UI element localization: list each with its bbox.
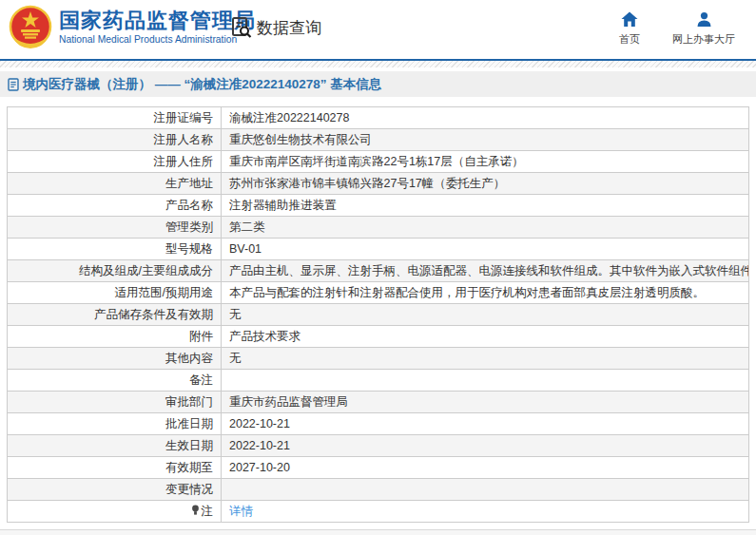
- row-value: 无: [222, 348, 749, 370]
- table-row: 审批部门重庆市药品监督管理局: [8, 392, 749, 413]
- page-header: 国家药品监督管理局 National Medical Products Admi…: [0, 0, 756, 59]
- breadcrumb: 境内医疗器械（注册） —— “渝械注准20222140278” 基本信息: [0, 71, 756, 97]
- row-label: 注: [8, 501, 222, 523]
- page-title: 境内医疗器械（注册） —— “渝械注准20222140278” 基本信息: [23, 76, 381, 93]
- row-label: 注册人名称: [8, 129, 222, 151]
- row-label: 变更情况: [8, 479, 222, 501]
- row-label: 结构及组成/主要组成成分: [8, 260, 222, 282]
- table-row: 附件产品技术要求: [8, 326, 749, 348]
- row-value: 无: [222, 304, 749, 326]
- row-value: 重庆市药品监督管理局: [222, 392, 749, 413]
- row-label: 其他内容: [8, 348, 222, 370]
- nav-home-label: 首页: [619, 32, 640, 47]
- document-search-icon: [231, 16, 252, 39]
- row-value: 2027-10-20: [222, 457, 749, 479]
- row-value: 重庆悠创生物技术有限公司: [222, 129, 749, 151]
- table-row: 注册人住所重庆市南岸区南坪街道南滨路22号1栋17层（自主承诺）: [8, 151, 749, 173]
- table-row: 产品储存条件及有效期无: [8, 304, 749, 326]
- agency-names: 国家药品监督管理局 National Medical Products Admi…: [59, 9, 256, 47]
- row-label: 有效期至: [8, 457, 222, 479]
- row-value: [222, 370, 749, 392]
- row-label: 附件: [8, 326, 222, 348]
- info-table: 注册证编号渝械注准20222140278注册人名称重庆悠创生物技术有限公司注册人…: [7, 106, 749, 523]
- user-icon: [696, 11, 712, 28]
- row-label: 管理类别: [8, 217, 222, 239]
- row-label: 产品名称: [8, 195, 222, 217]
- row-label: 注册证编号: [8, 107, 222, 129]
- row-label: 型号规格: [8, 239, 222, 260]
- table-row: 生效日期2022-10-21: [8, 435, 749, 457]
- table-row: 有效期至2027-10-20: [8, 457, 749, 479]
- row-value: 详情: [222, 501, 749, 523]
- row-value: 渝械注准20222140278: [222, 107, 749, 129]
- row-value: 第二类: [222, 217, 749, 239]
- row-value: 重庆市南岸区南坪街道南滨路22号1栋17层（自主承诺）: [222, 151, 749, 173]
- row-value: 注射器辅助推进装置: [222, 195, 749, 217]
- table-row: 结构及组成/主要组成成分产品由主机、显示屏、注射手柄、电源适配器、电源连接线和软…: [8, 260, 749, 282]
- agency-name-en: National Medical Products Administration: [59, 33, 256, 47]
- table-row: 适用范围/预期用途本产品与配套的注射针和注射器配合使用，用于医疗机构对患者面部真…: [8, 282, 749, 304]
- agency-logo-block[interactable]: 国家药品监督管理局 National Medical Products Admi…: [8, 5, 256, 50]
- bulb-icon: [191, 505, 200, 516]
- data-query-label: 数据查询: [257, 17, 321, 39]
- national-emblem-icon: [8, 5, 53, 50]
- row-label: 产品储存条件及有效期: [8, 304, 222, 326]
- row-value: 本产品与配套的注射针和注射器配合使用，用于医疗机构对患者面部真皮层注射透明质酸。: [222, 282, 749, 304]
- table-row: 注册人名称重庆悠创生物技术有限公司: [8, 129, 749, 151]
- row-label: 注册人住所: [8, 151, 222, 173]
- table-row: 型号规格BV-01: [8, 239, 749, 260]
- table-row: 变更情况: [8, 479, 749, 501]
- table-row: 其他内容无: [8, 348, 749, 370]
- row-value: 产品技术要求: [222, 326, 749, 348]
- row-value: 产品由主机、显示屏、注射手柄、电源适配器、电源连接线和软件组成。其中软件为嵌入式…: [222, 260, 749, 282]
- nav-item-home[interactable]: 首页: [619, 11, 640, 47]
- row-label: 生产地址: [8, 173, 222, 195]
- agency-name-cn: 国家药品监督管理局: [59, 9, 256, 33]
- row-label: 生效日期: [8, 435, 222, 457]
- table-row: 批准日期2022-10-21: [8, 413, 749, 435]
- row-label: 适用范围/预期用途: [8, 282, 222, 304]
- row-label: 备注: [8, 370, 222, 392]
- row-value: 2022-10-21: [222, 435, 749, 457]
- document-icon: [8, 78, 19, 91]
- nav-service-hall-label: 网上办事大厅: [672, 32, 735, 47]
- home-icon: [621, 11, 638, 28]
- row-value: [222, 479, 749, 501]
- registration-info-table-wrap: 注册证编号渝械注准20222140278注册人名称重庆悠创生物技术有限公司注册人…: [7, 106, 749, 523]
- table-row: 生产地址苏州市张家港市锦丰镇锦兴路27号17幢（委托生产）: [8, 173, 749, 195]
- table-row: 产品名称注射器辅助推进装置: [8, 195, 749, 217]
- table-row: 备注: [8, 370, 749, 392]
- data-query-nav[interactable]: 数据查询: [231, 16, 321, 39]
- table-row: 管理类别第二类: [8, 217, 749, 239]
- details-link[interactable]: 详情: [229, 505, 253, 518]
- row-value: 2022-10-21: [222, 413, 749, 435]
- table-row: 注册证编号渝械注准20222140278: [8, 107, 749, 129]
- row-value: 苏州市张家港市锦丰镇锦兴路27号17幢（委托生产）: [222, 173, 749, 195]
- table-row: 注详情: [8, 501, 749, 523]
- top-nav: 首页 网上办事大厅: [619, 11, 735, 47]
- row-label: 审批部门: [8, 392, 222, 413]
- info-table-body: 注册证编号渝械注准20222140278注册人名称重庆悠创生物技术有限公司注册人…: [8, 107, 749, 523]
- row-label: 批准日期: [8, 413, 222, 435]
- row-value: BV-01: [222, 239, 749, 260]
- hatch-strip: [0, 61, 756, 67]
- nav-item-service-hall[interactable]: 网上办事大厅: [672, 11, 735, 47]
- page-footer: [0, 529, 756, 535]
